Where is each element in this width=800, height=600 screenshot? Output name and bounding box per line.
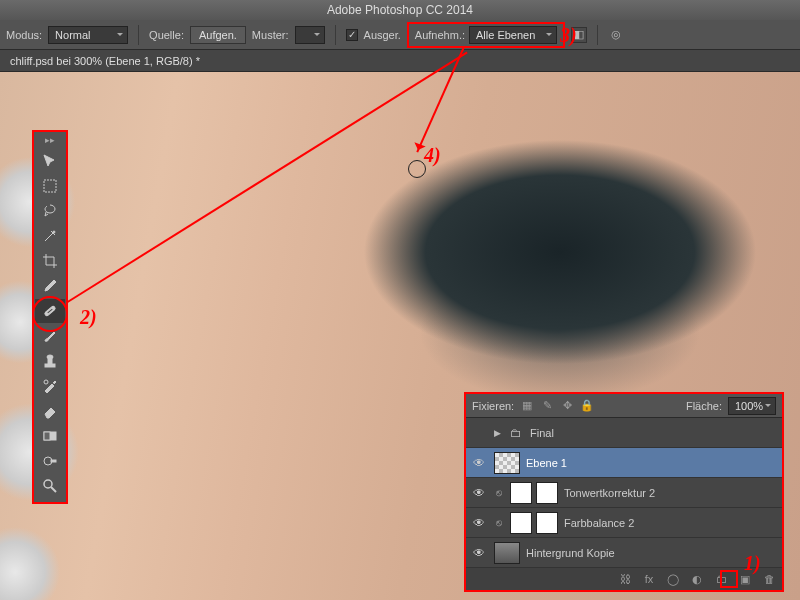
layer-row-farbbalance[interactable]: 👁 ⎋ Farbbalance 2 bbox=[466, 508, 782, 538]
lock-transparency-icon[interactable]: ▦ bbox=[520, 399, 534, 413]
link-icon[interactable]: ⎋ bbox=[494, 487, 504, 498]
svg-rect-0 bbox=[44, 180, 56, 192]
mask-icon[interactable]: ◯ bbox=[666, 573, 680, 586]
adjustment-icon[interactable]: ◐ bbox=[690, 573, 704, 586]
link-icon[interactable]: ⎋ bbox=[494, 517, 504, 528]
layer-mask-thumbnail[interactable] bbox=[536, 512, 558, 534]
svg-point-6 bbox=[47, 355, 53, 359]
stamp-tool-icon[interactable] bbox=[35, 349, 65, 373]
link-layers-icon[interactable]: ⛓ bbox=[618, 573, 632, 585]
visibility-toggle-icon[interactable]: 👁 bbox=[470, 516, 488, 530]
layer-thumbnail[interactable] bbox=[494, 542, 520, 564]
aufnehm-label: Aufnehm.: bbox=[415, 29, 465, 41]
layer-name[interactable]: Hintergrund Kopie bbox=[526, 547, 615, 559]
svg-point-12 bbox=[44, 480, 52, 488]
svg-rect-9 bbox=[44, 432, 50, 440]
layer-name[interactable]: Tonwertkorrektur 2 bbox=[564, 487, 655, 499]
layer-mask-thumbnail[interactable] bbox=[536, 482, 558, 504]
gradient-tool-icon[interactable] bbox=[35, 424, 65, 448]
svg-point-7 bbox=[44, 380, 48, 384]
svg-point-1 bbox=[53, 231, 55, 233]
divider bbox=[138, 25, 139, 45]
muster-label: Muster: bbox=[252, 29, 289, 41]
visibility-toggle-icon[interactable]: 👁 bbox=[470, 486, 488, 500]
annotation-1: 1) bbox=[744, 552, 761, 575]
layer-name[interactable]: Final bbox=[530, 427, 554, 439]
annotation-circle-2 bbox=[32, 296, 68, 332]
ausger-checkbox[interactable] bbox=[346, 29, 358, 41]
modus-label: Modus: bbox=[6, 29, 42, 41]
lock-all-icon[interactable]: 🔒 bbox=[580, 399, 594, 413]
move-tool-icon[interactable] bbox=[35, 149, 65, 173]
document-tab[interactable]: chliff.psd bei 300% (Ebene 1, RGB/8) * bbox=[0, 50, 800, 72]
layer-row-hintergrund[interactable]: 👁 Hintergrund Kopie bbox=[466, 538, 782, 568]
zoom-tool-icon[interactable] bbox=[35, 474, 65, 498]
annotation-4: 4) bbox=[424, 144, 441, 167]
eyedropper-tool-icon[interactable] bbox=[35, 274, 65, 298]
toolbar-collapse-icon[interactable]: ▸▸ bbox=[35, 135, 65, 145]
modus-select[interactable]: Normal bbox=[48, 26, 128, 44]
fill-opacity-input[interactable]: 100% bbox=[728, 397, 776, 415]
svg-rect-11 bbox=[51, 460, 56, 462]
crop-tool-icon[interactable] bbox=[35, 249, 65, 273]
folder-icon: 🗀 bbox=[510, 426, 524, 440]
aufnehm-select[interactable]: Alle Ebenen bbox=[469, 26, 557, 44]
marquee-tool-icon[interactable] bbox=[35, 174, 65, 198]
divider bbox=[597, 25, 598, 45]
visibility-toggle-icon[interactable]: 👁 bbox=[470, 546, 488, 560]
svg-rect-5 bbox=[48, 359, 52, 364]
delete-icon[interactable]: 🗑 bbox=[762, 573, 776, 585]
fx-icon[interactable]: fx bbox=[642, 573, 656, 585]
adjustment-thumbnail[interactable] bbox=[510, 512, 532, 534]
layer-thumbnail[interactable] bbox=[494, 452, 520, 474]
ausger-label: Ausger. bbox=[364, 29, 401, 41]
annotation-2: 2) bbox=[80, 306, 97, 329]
app-title: Adobe Photoshop CC 2014 bbox=[0, 0, 800, 20]
layer-row-final[interactable]: ▶ 🗀 Final bbox=[466, 418, 782, 448]
pressure-icon[interactable]: ◎ bbox=[608, 27, 624, 43]
eraser-tool-icon[interactable] bbox=[35, 399, 65, 423]
lock-image-icon[interactable]: ✎ bbox=[540, 399, 554, 413]
annotation-box-1 bbox=[720, 570, 738, 588]
svg-line-13 bbox=[51, 487, 56, 492]
layer-name[interactable]: Ebene 1 bbox=[526, 457, 567, 469]
folder-expand-icon[interactable]: ▶ bbox=[494, 428, 504, 438]
muster-select[interactable] bbox=[295, 26, 325, 44]
aufgenommen-button[interactable]: Aufgen. bbox=[190, 26, 246, 44]
fixieren-label: Fixieren: bbox=[472, 400, 514, 412]
adjustment-thumbnail[interactable] bbox=[510, 482, 532, 504]
options-bar: Modus: Normal Quelle: Aufgen. Muster: Au… bbox=[0, 20, 800, 50]
wand-tool-icon[interactable] bbox=[35, 224, 65, 248]
flaeche-label: Fläche: bbox=[686, 400, 722, 412]
lock-position-icon[interactable]: ✥ bbox=[560, 399, 574, 413]
layers-panel: Fixieren: ▦ ✎ ✥ 🔒 Fläche: 100% ▶ 🗀 Final… bbox=[464, 392, 784, 592]
lasso-tool-icon[interactable] bbox=[35, 199, 65, 223]
dodge-tool-icon[interactable] bbox=[35, 449, 65, 473]
layers-lock-row: Fixieren: ▦ ✎ ✥ 🔒 Fläche: 100% bbox=[466, 394, 782, 418]
quelle-label: Quelle: bbox=[149, 29, 184, 41]
layer-row-ebene1[interactable]: 👁 Ebene 1 bbox=[466, 448, 782, 478]
divider bbox=[335, 25, 336, 45]
visibility-toggle-icon[interactable]: 👁 bbox=[470, 456, 488, 470]
aufnehm-group: Aufnehm.: Alle Ebenen bbox=[407, 22, 565, 48]
history-brush-tool-icon[interactable] bbox=[35, 374, 65, 398]
layer-row-tonwert[interactable]: 👁 ⎋ Tonwertkorrektur 2 bbox=[466, 478, 782, 508]
annotation-3: 3) bbox=[560, 24, 577, 47]
layer-name[interactable]: Farbbalance 2 bbox=[564, 517, 634, 529]
